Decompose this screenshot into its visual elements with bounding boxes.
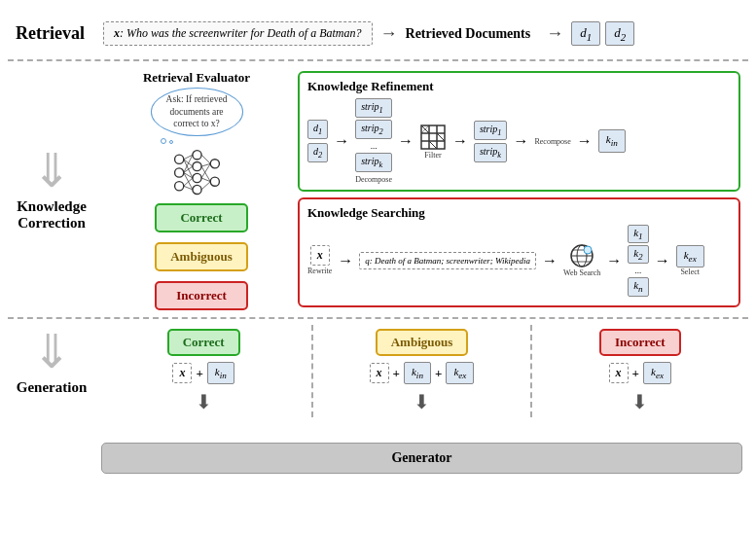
retrieval-arrow2: → — [546, 23, 563, 44]
strip1-out: strip1 — [474, 121, 508, 140]
gen-plus3: + — [632, 366, 639, 381]
arrow3: → — [452, 132, 468, 150]
stripk: stripk — [355, 153, 392, 172]
svg-point-3 — [192, 150, 200, 159]
decompose-label: Decompose — [355, 175, 392, 184]
gen-kin2: kin — [404, 362, 431, 384]
gen-kex2: kex — [446, 362, 474, 384]
query-box: x: Who was the screenwriter for Death of… — [103, 21, 373, 46]
doc2-box: d2 — [605, 21, 634, 47]
neural-net-icon — [170, 146, 224, 199]
right-panels: Knowledge Refinement d1 d2 → strip1 stri… — [294, 67, 744, 311]
ref-d2: d2 — [307, 143, 328, 162]
generation-row: ⇓ Generation Correct x + kin ⬇ — [8, 319, 748, 480]
ambiguous-label: Ambiguous — [170, 249, 233, 264]
rewrite-label: Rewrite — [307, 267, 332, 275]
search-x-box: x — [310, 245, 330, 266]
svg-line-31 — [429, 141, 437, 149]
globe-icon — [568, 242, 595, 269]
gen-x3: x — [609, 363, 629, 383]
evaluator-title: Retrieval Evaluator — [143, 70, 250, 85]
retrieved-docs-label: Retrieved Documents — [406, 26, 531, 42]
svg-line-30 — [437, 133, 445, 141]
refinement-content: d1 d2 → strip1 strip2 ... stripk Decompo… — [307, 98, 731, 184]
k1-box: k1 — [628, 225, 648, 243]
filter-icon — [419, 124, 447, 151]
svg-point-4 — [192, 161, 200, 170]
ref-d1: d1 — [307, 120, 328, 139]
gen-content: Correct x + kin ⬇ Ambiguous x — [95, 319, 748, 480]
svg-point-38 — [584, 246, 592, 254]
svg-point-6 — [192, 185, 200, 194]
searching-content: x Rewrite → q: Death of a Batman; screen… — [307, 225, 731, 297]
correct-label: Correct — [180, 210, 222, 225]
knowledge-correction-row: ⇓ KnowledgeCorrection Retrieval Evaluato… — [8, 61, 748, 319]
retrieval-label: Retrieval — [16, 23, 103, 44]
incorrect-label: Incorrect — [176, 288, 227, 303]
s-arrow2: → — [542, 252, 558, 269]
doc1-box: d1 — [571, 21, 600, 47]
searching-title: Knowledge Searching — [307, 205, 731, 221]
outcome-incorrect-btn: Incorrect — [155, 281, 248, 310]
outcome-ambiguous-btn: Ambiguous — [155, 242, 248, 271]
strip2: strip2 — [355, 120, 392, 139]
kc-label: KnowledgeCorrection — [17, 198, 87, 232]
outcome-correct-btn: Correct — [155, 203, 248, 232]
outcome-boxes: Correct Ambiguous Incorrect — [155, 203, 248, 310]
gen-cases-row: Correct x + kin ⬇ Ambiguous x — [95, 319, 748, 443]
k-ex-box: kex — [676, 245, 704, 268]
gen-plus2b: + — [435, 366, 442, 381]
knowledge-searching-box: Knowledge Searching x Rewrite → q: Death… — [298, 197, 740, 307]
svg-line-21 — [201, 181, 210, 189]
kn-box: kn — [628, 277, 648, 296]
gen-label-col: ⇓ Generation — [8, 319, 95, 480]
svg-point-5 — [192, 173, 200, 182]
stripk-out: stripk — [474, 143, 508, 162]
doc1-label: d1 — [580, 25, 592, 40]
gen-incorrect-formula: x + kex — [609, 362, 671, 384]
gen-plus2a: + — [393, 366, 400, 381]
s-arrow3: → — [606, 252, 622, 269]
gen-label: Generation — [17, 379, 88, 396]
k-in-box: kin — [598, 129, 626, 152]
query-title: Death of a Batman — [268, 26, 356, 40]
arrow2: → — [398, 132, 414, 150]
svg-point-1 — [174, 167, 183, 176]
thought-text: Ask: If retrieved documents are correct … — [166, 94, 228, 128]
arrow1: → — [334, 132, 349, 150]
query-text: : Who was the screenwriter for — [120, 26, 268, 40]
generator-bar: Generator — [101, 443, 742, 474]
gen-correct-label: Correct — [167, 329, 240, 356]
gen-incorrect-label: Incorrect — [599, 329, 681, 356]
gen-case-incorrect: Incorrect x + kex ⬇ — [532, 325, 748, 417]
query-suffix: ? — [356, 26, 362, 40]
filter-label: Filter — [424, 151, 441, 160]
gen-kex3: kex — [643, 362, 671, 384]
kc-arrow-down: ⇓ — [32, 148, 71, 195]
gen-case-ambiguous: Ambiguous x + kin + kex ⬇ — [313, 325, 531, 417]
kc-content: Retrieval Evaluator Ask: If retrieved do… — [95, 61, 748, 317]
s-arrow4: → — [655, 252, 670, 269]
gen-arr1: ⬇ — [196, 390, 212, 413]
thought-bubble: Ask: If retrieved documents are correct … — [151, 88, 243, 135]
knowledge-refinement-box: Knowledge Refinement d1 d2 → strip1 stri… — [298, 71, 740, 192]
web-search-label: Web Search — [563, 269, 600, 278]
svg-point-0 — [174, 155, 183, 163]
k2-box: k2 — [628, 245, 648, 264]
gen-x1: x — [172, 363, 192, 383]
arrow5: → — [577, 132, 593, 150]
retrieval-arrow: → — [380, 23, 398, 44]
recompose-label: Recompose — [534, 137, 570, 146]
main-container: Retrieval x: Who was the screenwriter fo… — [0, 0, 756, 535]
svg-point-2 — [174, 181, 183, 190]
refinement-title: Knowledge Refinement — [307, 79, 731, 94]
svg-line-22 — [201, 166, 210, 182]
evaluator-col: Retrieval Evaluator Ask: If retrieved do… — [99, 67, 294, 311]
svg-point-7 — [210, 159, 219, 167]
gen-kin1: kin — [207, 362, 234, 384]
svg-line-18 — [201, 155, 210, 163]
query-q-text: q: Death of a Batman; screenwriter; Wiki… — [365, 256, 530, 266]
generator-label: Generator — [391, 450, 451, 466]
gen-arrow-down: ⇓ — [32, 329, 71, 375]
svg-line-12 — [183, 155, 192, 172]
